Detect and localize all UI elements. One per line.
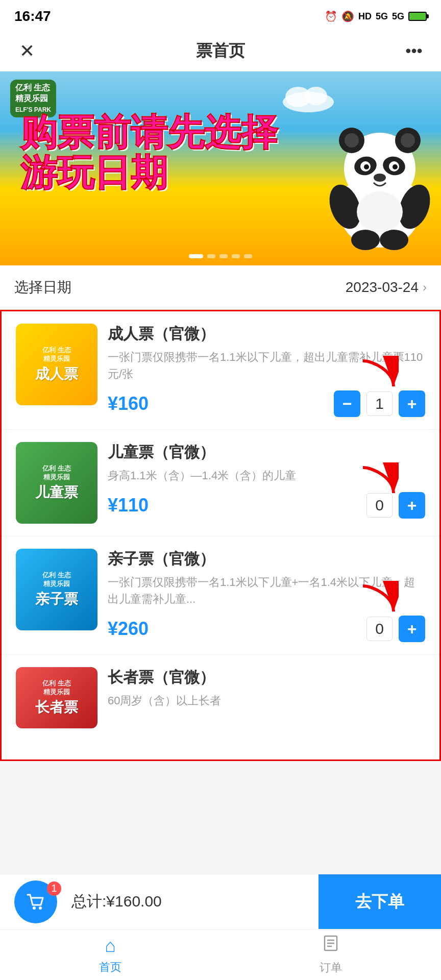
ticket-item-senior: 亿利 生态精灵乐园 长者票 长者票（官微） 60周岁（含）以上长者 — [2, 655, 439, 760]
ticket-name-family: 亲子票（官微） — [108, 549, 425, 570]
svg-point-13 — [364, 164, 369, 169]
home-icon: ⌂ — [105, 935, 116, 957]
ticket-price-family: ¥260 — [108, 618, 149, 640]
ticket-info-senior: 长者票（官微） 60周岁（含）以上长者 — [108, 667, 425, 717]
status-bar: 16:47 ⏰ 🔕 HD 5G 5G — [0, 0, 441, 31]
ticket-desc-child: 身高1.1米（含）—1.4米（含）的儿童 — [108, 467, 425, 484]
svg-point-14 — [393, 164, 398, 169]
chevron-right-icon: › — [423, 280, 427, 295]
cart-badge: 1 — [47, 881, 61, 896]
dot-5 — [244, 254, 252, 258]
date-selector[interactable]: 选择日期 2023-03-24 › — [0, 265, 441, 310]
ticket-thumb-senior: 亿利 生态精灵乐园 长者票 — [16, 667, 97, 728]
ticket-desc-adult: 一张门票仅限携带一名1.1米以下儿童，超出儿童需补儿童票110元/张 — [108, 349, 425, 382]
banner-text: 购票前请先选择 游玩日期 — [20, 112, 298, 193]
cart-icon-wrap: 1 — [0, 880, 71, 923]
silent-icon: 🔕 — [341, 10, 354, 22]
ticket-thumb-family: 亿利 生态精灵乐园 亲子票 — [16, 549, 97, 630]
thumb-logo-adult: 亿利 生态精灵乐园 — [42, 346, 71, 363]
increment-family-button[interactable]: + — [399, 616, 425, 642]
close-button[interactable]: ✕ — [14, 38, 40, 64]
cart-icon — [24, 891, 47, 913]
thumb-type-family: 亲子票 — [35, 591, 78, 608]
ticket-info-adult: 成人票（官微） 一张门票仅限携带一名1.1米以下儿童，超出儿童需补儿童票110元… — [108, 324, 425, 417]
ticket-price-adult: ¥160 — [108, 393, 149, 414]
nav-item-home[interactable]: ⌂ 首页 — [0, 929, 220, 980]
cloud-decoration — [278, 82, 339, 112]
date-value[interactable]: 2023-03-24 › — [346, 279, 427, 296]
signal-5g-icon: 5G — [376, 11, 388, 22]
svg-point-19 — [380, 230, 408, 250]
ticket-desc-senior: 60周岁（含）以上长者 — [108, 692, 425, 709]
svg-point-15 — [374, 174, 386, 182]
banner-line2: 游玩日期 — [20, 153, 298, 193]
ticket-controls-adult: − 1 + — [334, 390, 425, 417]
dot-2 — [207, 254, 215, 258]
thumb-logo-senior: 亿利 生态精灵乐园 — [42, 679, 71, 697]
orders-label: 订单 — [320, 960, 342, 975]
bottom-nav: ⌂ 首页 订单 — [0, 929, 441, 980]
dot-1 — [189, 254, 203, 258]
ticket-item-family: 亿利 生态精灵乐园 亲子票 亲子票（官微） 一张门票仅限携带一名1.1米以下儿童… — [2, 536, 439, 655]
svg-point-18 — [351, 230, 380, 250]
svg-point-20 — [357, 191, 403, 232]
ticket-thumb-child: 亿利 生态精灵乐园 儿童票 — [16, 442, 97, 524]
banner-line1: 购票前请先选择 — [20, 112, 298, 153]
logo-text: 亿利 生态精灵乐园ELF'S PARK — [15, 83, 51, 114]
ticket-item-adult: 亿利 生态精灵乐园 成人票 成人票（官微） 一张门票仅限携带一名1.1米以下儿童… — [2, 311, 439, 430]
increment-child-button[interactable]: + — [399, 492, 425, 519]
qty-display-adult: 1 — [366, 391, 393, 416]
ticket-name-child: 儿童票（官微） — [108, 442, 425, 463]
ticket-name-senior: 长者票（官微） — [108, 667, 425, 688]
ticket-controls-child: 0 + — [366, 492, 425, 519]
dot-3 — [219, 254, 228, 258]
ticket-name-adult: 成人票（官微） — [108, 324, 425, 345]
ticket-price-row-child: ¥110 0 + — [108, 492, 425, 519]
thumb-logo-family: 亿利 生态精灵乐园 — [42, 571, 71, 589]
cart-bar: 1 总计:¥160.00 去下单 — [0, 874, 441, 929]
thumb-type-adult: 成人票 — [35, 365, 78, 383]
ticket-info-family: 亲子票（官微） 一张门票仅限携带一名1.1米以下儿童+一名1.4米以下儿童，超出… — [108, 549, 425, 642]
ticket-info-child: 儿童票（官微） 身高1.1米（含）—1.4米（含）的儿童 ¥110 0 + — [108, 442, 425, 519]
status-icons: ⏰ 🔕 HD 5G 5G — [325, 10, 427, 22]
thumb-type-child: 儿童票 — [35, 484, 78, 501]
ticket-item-child: 亿利 生态精灵乐园 儿童票 儿童票（官微） 身高1.1米（含）—1.4米（含）的… — [2, 430, 439, 536]
signal-5g-2-icon: 5G — [392, 11, 404, 22]
svg-point-2 — [305, 87, 327, 105]
home-label: 首页 — [99, 960, 121, 975]
svg-point-24 — [33, 906, 36, 910]
hd-icon: HD — [358, 11, 372, 22]
battery-icon — [408, 12, 427, 21]
nav-bar: ✕ 票首页 ••• — [0, 31, 441, 71]
banner: 亿利 生态精灵乐园ELF'S PARK 购票前请先选择 游玩日期 — [0, 71, 441, 265]
ticket-list: 亿利 生态精灵乐园 成人票 成人票（官微） 一张门票仅限携带一名1.1米以下儿童… — [0, 310, 441, 761]
date-label: 选择日期 — [14, 278, 71, 297]
svg-point-6 — [345, 133, 359, 148]
dot-4 — [232, 254, 240, 258]
increment-adult-button[interactable]: + — [399, 390, 425, 417]
more-button[interactable]: ••• — [401, 38, 427, 64]
alarm-icon: ⏰ — [325, 10, 337, 22]
cart-total: 总计:¥160.00 — [71, 891, 318, 912]
date-text: 2023-03-24 — [346, 279, 419, 296]
qty-display-child: 0 — [366, 493, 393, 518]
status-time: 16:47 — [14, 8, 51, 24]
decrement-adult-button[interactable]: − — [334, 390, 360, 417]
page-title: 票首页 — [196, 40, 245, 62]
thumb-logo-child: 亿利 生态精灵乐园 — [42, 464, 71, 482]
panda-character — [324, 117, 436, 250]
ticket-price-row-family: ¥260 0 + — [108, 616, 425, 642]
svg-point-8 — [401, 133, 415, 148]
qty-display-family: 0 — [366, 617, 393, 641]
order-button[interactable]: 去下单 — [318, 874, 441, 929]
svg-point-25 — [39, 906, 42, 910]
ticket-desc-family: 一张门票仅限携带一名1.1米以下儿童+一名1.4米以下儿童，超出儿童需补儿童..… — [108, 574, 425, 607]
banner-pagination — [189, 254, 252, 258]
thumb-type-senior: 长者票 — [35, 699, 78, 716]
ticket-controls-family: 0 + — [366, 616, 425, 642]
ticket-price-child: ¥110 — [108, 495, 149, 516]
nav-item-orders[interactable]: 订单 — [220, 929, 441, 980]
orders-icon — [322, 934, 340, 957]
ticket-thumb-adult: 亿利 生态精灵乐园 成人票 — [16, 324, 97, 405]
ticket-price-row-adult: ¥160 − 1 + — [108, 390, 425, 417]
